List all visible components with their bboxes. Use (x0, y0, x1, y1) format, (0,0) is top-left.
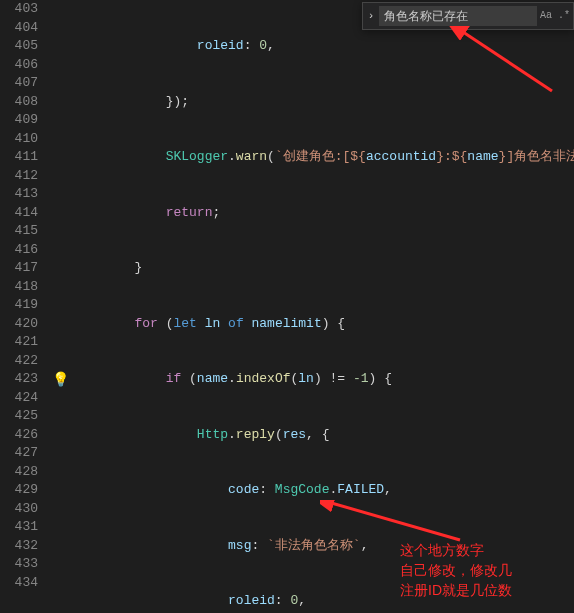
line-number: 416 (0, 241, 48, 260)
line-number: 415 (0, 222, 48, 241)
line-number: 406 (0, 56, 48, 75)
line-number: 403 (0, 0, 48, 19)
line-number: 408 (0, 93, 48, 112)
line-number: 414 (0, 204, 48, 223)
line-number: 434 (0, 574, 48, 593)
code-line[interactable]: }); (72, 93, 574, 112)
code-line[interactable]: code: MsgCode.FAILED, (72, 481, 574, 500)
line-number: 433 (0, 555, 48, 574)
line-number: 419 (0, 296, 48, 315)
line-number: 423 (0, 370, 48, 389)
line-number: 421 (0, 333, 48, 352)
code-line[interactable]: } (72, 259, 574, 278)
code-editor[interactable]: › Aa .* 40340440540640740840941041141241… (0, 0, 574, 613)
code-line[interactable]: msg: `非法角色名称`, (72, 537, 574, 556)
code-line[interactable]: roleid: 0, (72, 592, 574, 611)
line-number: 412 (0, 167, 48, 186)
line-number: 429 (0, 481, 48, 500)
code-area[interactable]: roleid: 0, }); SKLogger.warn(`创建角色:[${ac… (72, 0, 574, 613)
line-number: 410 (0, 130, 48, 149)
line-number: 411 (0, 148, 48, 167)
line-number: 426 (0, 426, 48, 445)
line-number: 428 (0, 463, 48, 482)
line-number: 407 (0, 74, 48, 93)
line-number-gutter: 4034044054064074084094104114124134144154… (0, 0, 48, 592)
line-number: 418 (0, 278, 48, 297)
line-number: 422 (0, 352, 48, 371)
lightbulb-icon[interactable]: 💡 (52, 371, 69, 390)
line-number: 404 (0, 19, 48, 38)
line-number: 430 (0, 500, 48, 519)
code-line[interactable]: SKLogger.warn(`创建角色:[${accountid}:${name… (72, 148, 574, 167)
code-line[interactable]: return; (72, 204, 574, 223)
line-number: 420 (0, 315, 48, 334)
line-number: 413 (0, 185, 48, 204)
line-number: 424 (0, 389, 48, 408)
line-number: 427 (0, 444, 48, 463)
line-number: 417 (0, 259, 48, 278)
code-line[interactable]: for (let ln of namelimit) { (72, 315, 574, 334)
code-line[interactable]: if (name.indexOf(ln) != -1) { (72, 370, 574, 389)
code-line[interactable]: roleid: 0, (72, 37, 574, 56)
line-number: 432 (0, 537, 48, 556)
line-number: 425 (0, 407, 48, 426)
line-number: 431 (0, 518, 48, 537)
line-number: 405 (0, 37, 48, 56)
code-line[interactable]: Http.reply(res, { (72, 426, 574, 445)
line-number: 409 (0, 111, 48, 130)
